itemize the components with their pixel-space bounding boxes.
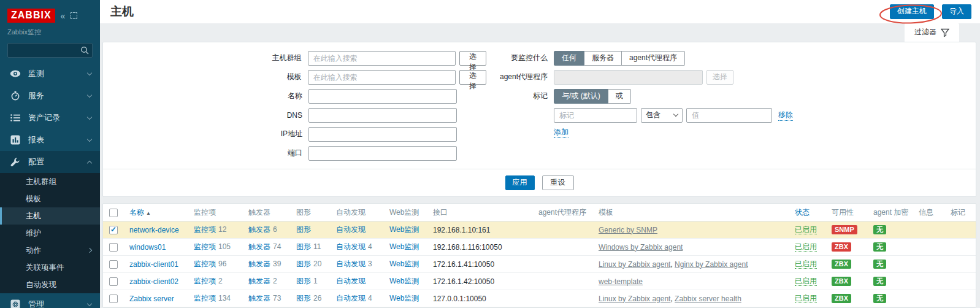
triggers-link[interactable]: 触发器 (248, 242, 270, 251)
ip-input[interactable] (308, 127, 457, 142)
discovery-link[interactable]: 自动发现 (336, 225, 366, 234)
port-input[interactable] (308, 146, 457, 161)
items-link[interactable]: 监控项 (194, 277, 216, 285)
dns-input[interactable] (308, 108, 457, 123)
template-link[interactable]: Linux by Zabbix agent (599, 260, 670, 269)
col-templates: 模板 (592, 205, 789, 221)
tag-add-link[interactable]: 添加 (554, 127, 568, 138)
host-name-link[interactable]: Zabbix server (129, 295, 174, 303)
col-tags: 标记 (944, 205, 976, 221)
select-all-checkbox[interactable] (109, 209, 118, 217)
template-link[interactable]: Generic by SNMP (599, 226, 657, 234)
search-icon (80, 46, 89, 55)
items-link[interactable]: 监控项 (194, 260, 216, 268)
web-link[interactable]: Web监测 (389, 277, 419, 285)
triggers-link[interactable]: 触发器 (248, 277, 270, 285)
tags-andor-option[interactable]: 与/或 (默认) (554, 89, 608, 104)
discovery-link[interactable]: 自动发现 (336, 260, 366, 268)
sidebar-item-configuration[interactable]: 配置 (0, 151, 100, 173)
graphs-link[interactable]: 图形 (296, 242, 311, 251)
row-checkbox[interactable] (109, 277, 118, 286)
col-discovery: 自动发现 (330, 205, 383, 221)
zabbix-logo[interactable]: ZABBIX (7, 9, 55, 23)
template-link[interactable]: Linux by Zabbix agent (599, 295, 670, 303)
host-name-link[interactable]: zabbix-client02 (129, 277, 178, 286)
status-enabled-link[interactable]: 已启用 (795, 242, 817, 252)
sidebar-item-actions[interactable]: 动作 (0, 242, 100, 259)
import-button[interactable]: 导入 (942, 4, 971, 19)
tag-operator-select[interactable]: 包含 (641, 108, 683, 123)
triggers-link[interactable]: 触发器 (248, 260, 270, 268)
template-link[interactable]: Zabbix server health (675, 295, 741, 303)
status-enabled-link[interactable]: 已启用 (795, 277, 817, 286)
graphs-link[interactable]: 图形 (296, 260, 311, 268)
sidebar-item-discovery[interactable]: 自动发现 (0, 276, 100, 293)
collapse-sidebar-icon[interactable]: « (61, 12, 66, 20)
tag-remove-link[interactable]: 移除 (778, 110, 793, 121)
wrench-icon (10, 157, 21, 167)
templates-select-button[interactable]: 选择 (459, 70, 486, 85)
tags-or-option[interactable]: 或 (608, 89, 631, 104)
host-groups-select-button[interactable]: 选择 (459, 51, 486, 66)
discovery-link[interactable]: 自动发现 (336, 277, 366, 285)
col-items: 监控项 (188, 205, 242, 221)
items-link[interactable]: 监控项 (194, 225, 216, 234)
sort-by-name[interactable]: 名称 (129, 208, 144, 217)
triggers-link[interactable]: 触发器 (248, 294, 270, 302)
items-link[interactable]: 监控项 (194, 294, 216, 302)
monitored-by-server[interactable]: 服务器 (584, 51, 622, 66)
host-groups-input[interactable] (308, 51, 456, 66)
info-cell (913, 239, 944, 256)
sidebar-item-event-correlation[interactable]: 关联项事件 (0, 259, 100, 276)
encryption-badge: 无 (873, 242, 886, 252)
template-link[interactable]: Windows by Zabbix agent (599, 243, 683, 252)
sidebar-item-reports[interactable]: 报表 (0, 129, 100, 151)
sort-by-status[interactable]: 状态 (795, 208, 810, 217)
tag-value-input[interactable] (686, 108, 772, 123)
sort-asc-icon: ▲ (146, 210, 151, 216)
create-host-button[interactable]: 创建主机 (890, 4, 934, 19)
sidebar-item-monitoring[interactable]: 监测 (0, 63, 100, 85)
gear-icon (10, 299, 21, 308)
triggers-link[interactable]: 触发器 (248, 225, 270, 234)
status-enabled-link[interactable]: 已启用 (795, 225, 817, 234)
web-link[interactable]: Web监测 (389, 242, 419, 251)
row-checkbox[interactable] (109, 295, 118, 303)
host-name-link[interactable]: zabbix-client01 (129, 260, 178, 269)
host-name-link[interactable]: network-device (129, 226, 179, 234)
sidebar-item-hosts[interactable]: 主机 (0, 207, 100, 225)
status-enabled-link[interactable]: 已启用 (795, 260, 817, 269)
web-link[interactable]: Web监测 (389, 294, 419, 302)
sidebar-item-templates[interactable]: 模板 (0, 190, 100, 207)
row-checkbox[interactable] (109, 260, 118, 269)
template-link[interactable]: web-template (599, 277, 643, 286)
discovery-link[interactable]: 自动发现 (336, 242, 366, 251)
web-link[interactable]: Web监测 (389, 225, 419, 234)
sidebar-item-services[interactable]: 服务 (0, 85, 100, 107)
proxy-input (554, 70, 703, 85)
graphs-link[interactable]: 图形 (296, 277, 311, 285)
status-enabled-link[interactable]: 已启用 (795, 294, 817, 303)
items-link[interactable]: 监控项 (194, 242, 216, 251)
row-checkbox[interactable] (109, 243, 118, 252)
kiosk-mode-icon[interactable] (71, 12, 77, 19)
filter-tab[interactable]: 过滤器 (905, 23, 959, 42)
monitored-by-proxy[interactable]: agent代理程序 (622, 51, 685, 66)
sidebar-item-inventory[interactable]: 资产记录 (0, 107, 100, 129)
monitored-by-any[interactable]: 任何 (554, 51, 584, 66)
sidebar-item-administration[interactable]: 管理 (0, 293, 100, 308)
templates-input[interactable] (308, 70, 456, 85)
row-checkbox[interactable] (109, 226, 118, 234)
template-link[interactable]: Nginx by Zabbix agent (675, 260, 748, 269)
web-link[interactable]: Web监测 (389, 260, 419, 268)
sidebar-item-maintenance[interactable]: 维护 (0, 225, 100, 242)
sidebar-item-host-groups[interactable]: 主机群组 (0, 173, 100, 190)
name-input[interactable] (308, 89, 457, 104)
apply-button[interactable]: 应用 (505, 175, 535, 190)
graphs-link[interactable]: 图形 (296, 225, 311, 234)
tag-name-input[interactable] (554, 108, 637, 123)
discovery-link[interactable]: 自动发现 (336, 294, 366, 302)
host-name-link[interactable]: windows01 (129, 243, 166, 252)
reset-button[interactable]: 重设 (542, 175, 574, 190)
graphs-link[interactable]: 图形 (296, 294, 311, 302)
